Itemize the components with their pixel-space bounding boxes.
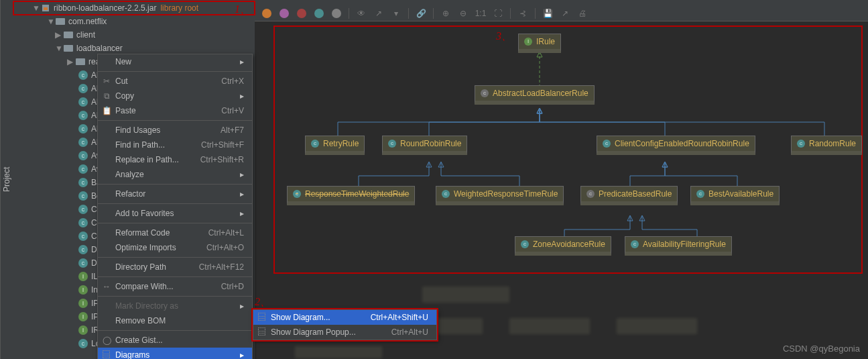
tree-pkg-row[interactable]: ▼ com.netflix xyxy=(13,15,255,28)
node-ccerr[interactable]: cClientConfigEnabledRoundRobinRule xyxy=(597,136,755,155)
menu-remove-bom[interactable]: Remove BOM xyxy=(98,313,252,328)
folder-icon xyxy=(75,56,86,67)
menu-mark-dir: Mark Directory as▸ xyxy=(98,299,252,313)
menu-create-gist[interactable]: ◯Create Gist... xyxy=(98,333,252,348)
menu-reformat[interactable]: Reformat CodeCtrl+Alt+L xyxy=(98,225,252,240)
method-icon[interactable] xyxy=(296,8,307,19)
copy-icon: ⧉ xyxy=(102,91,111,101)
compare-icon: ↔ xyxy=(102,282,111,291)
menu-diagrams[interactable]: ⿳Diagrams▸ xyxy=(98,348,252,359)
submenu-arrow-icon: ▸ xyxy=(240,189,244,199)
node-retry[interactable]: cRetryRule xyxy=(305,136,365,155)
menu-separator xyxy=(98,71,252,72)
constructor-icon[interactable] xyxy=(279,8,290,19)
node-round[interactable]: cRoundRobinRule xyxy=(382,136,467,155)
submenu-arrow-icon: ▸ xyxy=(240,209,244,218)
expand-arrow-icon[interactable]: ▼ xyxy=(55,44,62,53)
diagram-icon: ⿳ xyxy=(257,313,267,322)
menu-separator xyxy=(98,257,252,258)
tree-jar-label: ribbon-loadbalancer-2.2.5.jar xyxy=(54,3,156,13)
diagram-icon: ⿳ xyxy=(257,327,267,337)
menu-separator xyxy=(98,184,252,185)
cut-icon: ✂ xyxy=(102,76,111,86)
tree-folder-label: client xyxy=(76,30,95,40)
toolbar-separator xyxy=(408,8,409,19)
expand-arrow-icon[interactable]: ▼ xyxy=(47,17,54,26)
field-icon[interactable] xyxy=(261,8,272,19)
tree-folder-row[interactable]: ▶ client xyxy=(13,28,255,42)
menu-replace-in-path[interactable]: Replace in Path...Ctrl+Shift+R xyxy=(98,152,252,167)
layout-icon[interactable]: ⊰ xyxy=(517,8,528,19)
editor-tabs[interactable] xyxy=(255,0,868,5)
node-avail[interactable]: cAvailabilityFilteringRule xyxy=(625,236,732,256)
zoom-out-icon[interactable]: ⊖ xyxy=(458,8,469,19)
expand-arrow-icon[interactable]: ▶ xyxy=(67,57,74,66)
menu-compare[interactable]: ↔Compare With...Ctrl+D xyxy=(98,279,252,294)
visibility-icon[interactable]: 👁 xyxy=(356,8,367,19)
tree-jar-row[interactable]: ▼ ribbon-loadbalancer-2.2.5.jar library … xyxy=(13,1,255,15)
watermark: CSDN @qyBegonia xyxy=(783,344,860,354)
menu-add-favorites[interactable]: Add to Favorites▸ xyxy=(98,206,252,221)
menu-separator xyxy=(98,203,252,204)
menu-separator xyxy=(98,223,252,223)
deps-icon[interactable]: ↗ xyxy=(373,8,384,19)
menu-analyze[interactable]: Analyze▸ xyxy=(98,167,252,182)
folder-icon xyxy=(63,30,74,40)
menu-separator xyxy=(98,276,252,277)
print-icon[interactable]: 🖨 xyxy=(577,8,588,19)
toolbar-separator xyxy=(535,8,536,19)
diagrams-submenu: ⿳Show Diagram...Ctrl+Alt+Shift+U ⿳Show D… xyxy=(253,309,437,340)
property-icon[interactable] xyxy=(314,8,324,19)
menu-find-usages[interactable]: Find UsagesAlt+F7 xyxy=(98,123,252,138)
expand-arrow-icon[interactable]: ▶ xyxy=(55,30,62,40)
node-predicate[interactable]: cPredicateBasedRule xyxy=(580,186,678,205)
zoom-in-icon[interactable]: ⊕ xyxy=(440,8,451,19)
paste-icon: 📋 xyxy=(102,106,111,115)
menu-separator xyxy=(98,296,252,297)
tree-folder-label: loadbalancer xyxy=(76,44,123,53)
diagram-icon: ⿳ xyxy=(102,350,111,359)
node-weighted[interactable]: cWeightedResponseTimeRule xyxy=(436,186,564,205)
annotation-1: 1、 xyxy=(235,3,251,17)
library-root-badge: library root xyxy=(160,3,198,13)
save-icon[interactable]: 💾 xyxy=(542,8,553,19)
menu-show-diagram[interactable]: ⿳Show Diagram...Ctrl+Alt+Shift+U xyxy=(253,310,436,325)
annotation-3: 3、 xyxy=(496,30,512,44)
jar-icon xyxy=(40,3,51,13)
node-irule[interactable]: IIRule xyxy=(518,34,561,53)
export-icon[interactable]: ↗ xyxy=(560,8,570,19)
annotation-2: 2、 xyxy=(255,295,271,309)
fit-content-icon[interactable]: ⛶ xyxy=(493,8,503,19)
tree-folder-row[interactable]: ▼ loadbalancer xyxy=(13,42,255,55)
context-menu: New▸ ✂CutCtrl+X ⧉Copy▸ 📋PasteCtrl+V Find… xyxy=(97,54,253,359)
folder-icon xyxy=(63,43,74,54)
project-tool-tab[interactable]: Project xyxy=(0,0,13,359)
filter-icon[interactable]: ▾ xyxy=(391,8,401,19)
menu-copy[interactable]: ⧉Copy▸ xyxy=(98,89,252,103)
node-best[interactable]: cBestAvailableRule xyxy=(690,186,780,205)
menu-refactor[interactable]: Refactor▸ xyxy=(98,187,252,201)
menu-cut[interactable]: ✂CutCtrl+X xyxy=(98,74,252,89)
menu-find-in-path[interactable]: Find in Path...Ctrl+Shift+F xyxy=(98,138,252,152)
toolbar-separator xyxy=(349,8,349,19)
menu-paste[interactable]: 📋PasteCtrl+V xyxy=(98,103,252,118)
node-resptime[interactable]: cResponseTimeWeightedRule xyxy=(287,186,415,205)
inner-icon[interactable] xyxy=(331,8,342,19)
uml-diagram[interactable]: 3、 IIRule cAbstractLoadBalancerRu xyxy=(255,21,868,359)
tree-pkg-label: com.netflix xyxy=(68,17,107,26)
editor-main: 👁 ↗ ▾ 🔗 ⊕ ⊖ 1:1 ⛶ ⊰ 💾 ↗ 🖨 3、 xyxy=(255,0,868,359)
github-icon: ◯ xyxy=(102,336,111,345)
node-zone[interactable]: cZoneAvoidanceRule xyxy=(515,236,611,256)
menu-dir-path[interactable]: Directory PathCtrl+Alt+F12 xyxy=(98,260,252,274)
node-abstract[interactable]: cAbstractLoadBalancerRule xyxy=(475,85,595,105)
node-random[interactable]: cRandomRule xyxy=(791,136,862,155)
submenu-arrow-icon: ▸ xyxy=(240,91,244,101)
menu-optimize[interactable]: Optimize ImportsCtrl+Alt+O xyxy=(98,240,252,255)
submenu-arrow-icon: ▸ xyxy=(240,301,244,311)
menu-show-diagram-popup[interactable]: ⿳Show Diagram Popup...Ctrl+Alt+U xyxy=(253,325,436,340)
link-icon[interactable]: 🔗 xyxy=(416,8,426,19)
expand-arrow-icon[interactable]: ▼ xyxy=(32,3,39,13)
zoom-actual-icon[interactable]: 1:1 xyxy=(475,8,486,19)
menu-new[interactable]: New▸ xyxy=(98,54,252,69)
folder-icon xyxy=(55,16,66,27)
